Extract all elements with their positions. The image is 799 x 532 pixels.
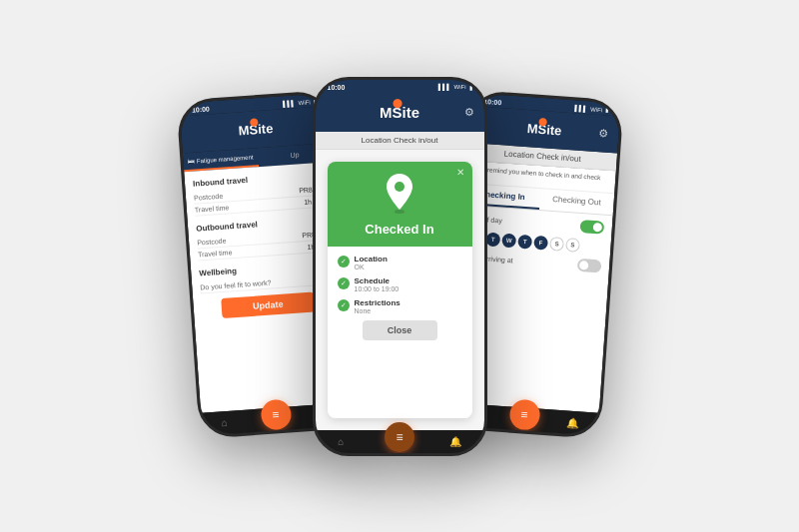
schedule-value: 10:00 to 19:00 <box>355 285 400 292</box>
sub-header-center: Location Check in/out <box>316 132 484 150</box>
outbound-postcode-label: Postcode <box>196 237 226 246</box>
wellbeing-question: Do you feel fit to work? <box>200 278 272 290</box>
svg-point-0 <box>395 210 404 214</box>
logo-m-right: M <box>526 121 538 137</box>
menu-icon-center: ≡ <box>396 430 402 444</box>
location-check-icon <box>338 256 350 267</box>
location-check-item: Location OK <box>338 255 462 270</box>
gear-icon-right[interactable]: ⚙ <box>597 127 608 141</box>
logo-center: M Site ⬤ <box>375 99 424 126</box>
outbound-travel-label: Travel time <box>197 249 232 258</box>
app-header-center: M Site ⬤ ⚙ <box>316 93 484 132</box>
day-S1[interactable]: S <box>549 236 564 251</box>
status-bar-center: 10:00 ▌▌▌ WiFi ▮ <box>316 80 484 93</box>
day-S2[interactable]: S <box>565 238 580 253</box>
time-left: 10:00 <box>191 105 209 113</box>
time-of-day-row: me of day <box>470 212 604 234</box>
signal-icon: ▌▌▌ <box>282 99 295 106</box>
location-value: OK <box>355 264 388 270</box>
alert-icon-right[interactable]: 🔔 <box>566 416 579 428</box>
battery-icon-c: ▮ <box>469 84 472 91</box>
svg-point-1 <box>395 182 404 192</box>
menu-icon-left: ≡ <box>271 407 279 421</box>
logo-accent-right: ⬤ <box>537 116 547 126</box>
schedule-check-icon <box>338 277 350 289</box>
phone-center: 10:00 ▌▌▌ WiFi ▮ M Site ⬤ ⚙ Location Che… <box>313 77 487 456</box>
tab-up-label: Up <box>290 151 299 159</box>
update-button[interactable]: Update <box>221 291 315 317</box>
day-T1[interactable]: T <box>485 232 500 247</box>
schedule-check-item: Schedule 10:00 to 19:00 <box>338 276 462 292</box>
schedule-check-text: Schedule 10:00 to 19:00 <box>355 276 400 292</box>
restrictions-check-icon <box>338 299 350 311</box>
inbound-travel-label: Travel time <box>194 204 229 213</box>
modal-white-area: Location OK Schedule 10:00 to 19:00 <box>328 247 472 418</box>
home-icon-left[interactable]: ⌂ <box>221 416 228 427</box>
location-label: Location <box>355 255 388 264</box>
wifi-icon-c: WiFi <box>454 84 466 90</box>
logo-accent-center: ⬤ <box>393 98 402 108</box>
bed-icon: 🛏 <box>187 157 194 164</box>
time-of-day-toggle[interactable] <box>579 219 604 234</box>
screen-center: ✕ Checked In Location OK <box>316 150 484 430</box>
restrictions-label: Restrictions <box>355 298 400 307</box>
day-W[interactable]: W <box>501 233 516 248</box>
modal-close-x[interactable]: ✕ <box>456 167 464 178</box>
gear-icon-center[interactable]: ⚙ <box>464 106 474 119</box>
schedule-label: Schedule <box>355 276 400 285</box>
logo-accent-left: ⬤ <box>249 117 259 127</box>
day-F[interactable]: F <box>533 235 548 250</box>
battery-icon-r: ▮ <box>604 106 607 113</box>
day-T2[interactable]: T <box>517 234 532 249</box>
menu-icon-right: ≡ <box>520 407 528 421</box>
restrictions-value: None <box>355 307 400 314</box>
arriving-row: hen arriving at <box>467 251 601 272</box>
phones-container: 10:00 ▌▌▌ WiFi ▮ M Site ⬤ 🛏 Fatigue mana… <box>158 77 642 456</box>
modal-green-area: ✕ Checked In <box>328 162 472 247</box>
logo-m-left: M <box>238 122 250 138</box>
arriving-toggle[interactable] <box>576 258 601 272</box>
time-center: 10:00 <box>328 84 346 91</box>
home-icon-center[interactable]: ⌂ <box>338 436 344 447</box>
logo-left: M Site ⬤ <box>232 115 278 143</box>
bottom-nav-center: ⌂ 🔔 ≡ <box>316 430 484 453</box>
alert-icon-center[interactable]: 🔔 <box>449 436 461 447</box>
wifi-icon-r: WiFi <box>589 105 601 112</box>
center-nav-btn-center[interactable]: ≡ <box>385 422 414 452</box>
close-modal-button[interactable]: Close <box>363 320 437 340</box>
checked-in-label: Checked In <box>365 222 433 237</box>
wifi-icon: WiFi <box>298 98 310 105</box>
inbound-postcode-label: Postcode <box>193 192 223 201</box>
location-check-text: Location OK <box>355 255 388 270</box>
signal-icon-c: ▌▌▌ <box>438 84 451 90</box>
tab-fatigue-label: Fatigue management <box>196 153 253 163</box>
restrictions-check-item: Restrictions None <box>338 298 462 314</box>
signal-icon-r: ▌▌▌ <box>574 104 587 111</box>
logo-right: M Site ⬤ <box>520 115 566 143</box>
logo-m-center: M <box>380 104 393 121</box>
checked-in-modal: ✕ Checked In Location OK <box>328 162 472 418</box>
day-pills: M T W T F S S <box>469 231 603 254</box>
restrictions-check-text: Restrictions None <box>355 298 400 314</box>
location-pin-icon <box>381 172 418 214</box>
